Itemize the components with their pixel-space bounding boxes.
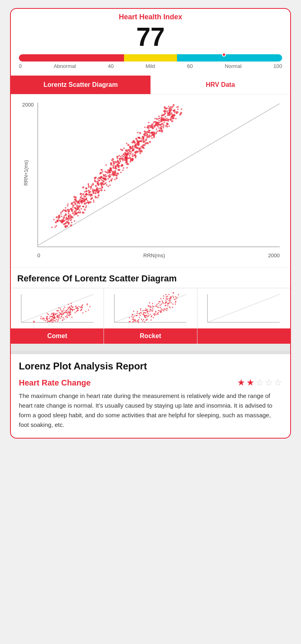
- svg-point-1168: [158, 310, 159, 311]
- star-5: ☆: [274, 377, 282, 388]
- svg-point-400: [177, 109, 179, 110]
- svg-point-685: [67, 209, 69, 211]
- svg-point-628: [89, 192, 91, 193]
- svg-point-1124: [146, 315, 147, 316]
- svg-point-386: [55, 226, 56, 228]
- report-title: Lorenz Plot Analysis Report: [19, 361, 282, 372]
- tab-lorentz[interactable]: Lorentz Scatter Diagram: [11, 76, 150, 94]
- svg-point-1133: [173, 296, 174, 297]
- svg-point-1080: [130, 321, 131, 322]
- svg-point-645: [156, 118, 157, 120]
- svg-point-1066: [139, 313, 140, 314]
- svg-point-1075: [132, 314, 133, 315]
- svg-point-610: [85, 205, 87, 207]
- scatter-plot-area: [37, 103, 280, 247]
- svg-point-800: [135, 144, 136, 146]
- star-2: ★: [246, 377, 254, 388]
- svg-point-549: [79, 209, 80, 211]
- svg-point-264: [116, 172, 118, 174]
- svg-point-793: [163, 117, 164, 119]
- svg-point-881: [80, 307, 81, 308]
- y-axis-label: RRN+1(ms): [23, 160, 29, 186]
- svg-point-769: [87, 183, 89, 185]
- svg-point-587: [98, 195, 100, 196]
- svg-point-1036: [169, 298, 170, 299]
- svg-point-1127: [172, 307, 173, 308]
- svg-point-972: [74, 312, 75, 314]
- svg-point-1120: [149, 302, 150, 304]
- svg-point-737: [104, 171, 106, 172]
- svg-point-1137: [140, 312, 141, 314]
- gauge-label-100: 100: [273, 63, 282, 69]
- svg-point-215: [116, 177, 118, 179]
- svg-point-1020: [168, 294, 169, 295]
- scatter-section: RRN+1(ms) 2000 0 RRN(ms) 2000: [11, 94, 290, 267]
- svg-point-684: [167, 123, 169, 125]
- svg-point-711: [151, 132, 153, 134]
- gauge-label-abnormal: Abnormal: [54, 63, 76, 69]
- svg-point-725: [135, 138, 137, 140]
- svg-point-523: [165, 125, 167, 127]
- svg-point-373: [170, 119, 172, 121]
- svg-point-609: [93, 191, 94, 193]
- svg-point-980: [61, 316, 62, 317]
- svg-point-216: [68, 219, 69, 221]
- svg-point-473: [139, 132, 141, 134]
- svg-point-1051: [145, 308, 146, 310]
- tab-hrv[interactable]: HRV Data: [150, 76, 290, 94]
- svg-point-554: [149, 141, 151, 143]
- svg-point-895: [47, 318, 48, 320]
- svg-point-786: [83, 206, 85, 207]
- svg-point-76: [94, 196, 96, 197]
- svg-point-750: [143, 138, 144, 140]
- svg-point-959: [33, 321, 34, 322]
- svg-point-203: [72, 205, 74, 207]
- svg-point-968: [71, 306, 72, 308]
- reference-item-third[interactable]: [197, 288, 290, 344]
- gauge-labels: 0 Abnormal 40 Mild 60 Normal 100: [19, 63, 282, 69]
- svg-point-758: [134, 152, 136, 154]
- svg-point-1045: [167, 305, 169, 306]
- svg-point-699: [147, 136, 149, 138]
- svg-point-709: [137, 137, 139, 138]
- svg-point-943: [62, 320, 63, 321]
- svg-point-358: [98, 188, 100, 190]
- svg-point-933: [49, 316, 51, 318]
- svg-point-522: [63, 223, 65, 225]
- svg-point-82: [97, 197, 99, 199]
- svg-point-274: [102, 180, 104, 182]
- svg-point-641: [101, 176, 103, 178]
- svg-point-1165: [170, 307, 171, 308]
- svg-point-985: [77, 310, 79, 311]
- svg-point-1118: [147, 311, 148, 312]
- svg-point-1128: [170, 298, 171, 299]
- svg-point-364: [159, 127, 160, 129]
- svg-point-828: [56, 313, 57, 314]
- svg-point-875: [71, 309, 73, 310]
- svg-point-646: [66, 221, 68, 222]
- svg-point-288: [68, 217, 69, 218]
- reference-item-rocket[interactable]: Rocket: [104, 288, 197, 344]
- svg-point-444: [63, 217, 65, 219]
- svg-point-1088: [146, 309, 148, 310]
- svg-point-1115: [138, 319, 139, 320]
- reference-item-comet[interactable]: Comet: [11, 288, 104, 344]
- svg-point-656: [90, 188, 92, 190]
- svg-point-644: [96, 190, 98, 192]
- svg-point-1151: [158, 303, 159, 304]
- svg-point-1061: [148, 306, 149, 307]
- svg-point-882: [86, 304, 87, 306]
- svg-point-791: [63, 219, 64, 220]
- svg-point-483: [121, 155, 123, 157]
- svg-point-981: [69, 312, 70, 313]
- svg-point-723: [103, 177, 104, 179]
- svg-point-1081: [150, 309, 151, 310]
- svg-point-768: [82, 193, 84, 195]
- svg-point-470: [110, 172, 112, 173]
- svg-point-350: [96, 181, 98, 183]
- svg-point-936: [65, 310, 67, 312]
- svg-point-1021: [173, 297, 174, 298]
- svg-point-655: [56, 216, 58, 218]
- svg-point-1157: [160, 305, 161, 306]
- svg-point-568: [68, 224, 69, 225]
